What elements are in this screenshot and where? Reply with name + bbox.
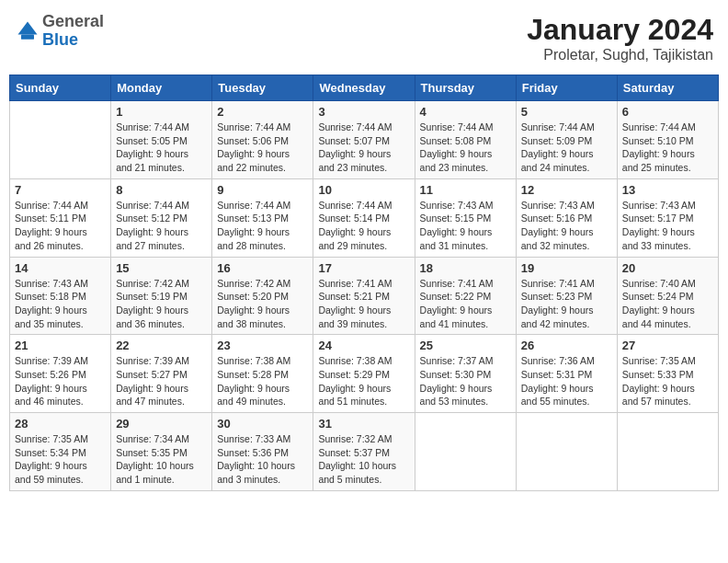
day-number: 15 [116, 261, 207, 275]
calendar-day-cell: 13Sunrise: 7:43 AM Sunset: 5:17 PM Dayli… [617, 178, 718, 257]
day-of-week-header: Saturday [617, 75, 718, 101]
day-info: Sunrise: 7:44 AM Sunset: 5:07 PM Dayligh… [318, 121, 409, 175]
day-number: 21 [15, 339, 106, 352]
logo-general-text: General [42, 12, 104, 30]
day-info: Sunrise: 7:44 AM Sunset: 5:13 PM Dayligh… [217, 199, 308, 253]
day-info: Sunrise: 7:44 AM Sunset: 5:11 PM Dayligh… [15, 199, 106, 253]
calendar-week-row: 1Sunrise: 7:44 AM Sunset: 5:05 PM Daylig… [10, 101, 719, 179]
day-number: 14 [15, 261, 106, 275]
svg-marker-0 [18, 21, 38, 34]
svg-rect-1 [21, 34, 34, 39]
calendar-week-row: 7Sunrise: 7:44 AM Sunset: 5:11 PM Daylig… [10, 178, 719, 257]
day-number: 28 [15, 417, 106, 431]
calendar-day-cell: 4Sunrise: 7:44 AM Sunset: 5:08 PM Daylig… [415, 101, 516, 179]
calendar-day-cell: 17Sunrise: 7:41 AM Sunset: 5:21 PM Dayli… [313, 257, 415, 335]
day-number: 11 [420, 183, 511, 197]
day-number: 20 [622, 261, 713, 275]
calendar-day-cell: 16Sunrise: 7:42 AM Sunset: 5:20 PM Dayli… [212, 257, 313, 335]
calendar-day-cell: 19Sunrise: 7:41 AM Sunset: 5:23 PM Dayli… [516, 257, 617, 335]
calendar-day-cell: 15Sunrise: 7:42 AM Sunset: 5:19 PM Dayli… [111, 257, 212, 335]
calendar-day-cell: 2Sunrise: 7:44 AM Sunset: 5:06 PM Daylig… [212, 101, 313, 179]
calendar-day-cell: 31Sunrise: 7:32 AM Sunset: 5:37 PM Dayli… [313, 413, 415, 491]
day-number: 8 [116, 183, 207, 197]
calendar-day-cell: 26Sunrise: 7:36 AM Sunset: 5:31 PM Dayli… [516, 335, 617, 413]
calendar-day-cell: 30Sunrise: 7:33 AM Sunset: 5:36 PM Dayli… [212, 413, 313, 491]
calendar-day-cell: 25Sunrise: 7:37 AM Sunset: 5:30 PM Dayli… [415, 335, 516, 413]
calendar-day-cell: 9Sunrise: 7:44 AM Sunset: 5:13 PM Daylig… [212, 178, 313, 257]
day-info: Sunrise: 7:43 AM Sunset: 5:15 PM Dayligh… [420, 199, 511, 253]
day-info: Sunrise: 7:39 AM Sunset: 5:26 PM Dayligh… [15, 354, 106, 408]
calendar-day-cell: 21Sunrise: 7:39 AM Sunset: 5:26 PM Dayli… [10, 335, 111, 413]
day-number: 29 [116, 417, 207, 431]
day-info: Sunrise: 7:38 AM Sunset: 5:29 PM Dayligh… [318, 354, 409, 408]
day-number: 25 [420, 339, 511, 352]
calendar-day-cell: 18Sunrise: 7:41 AM Sunset: 5:22 PM Dayli… [415, 257, 516, 335]
day-number: 13 [622, 183, 713, 197]
day-info: Sunrise: 7:34 AM Sunset: 5:35 PM Dayligh… [116, 432, 207, 487]
day-info: Sunrise: 7:35 AM Sunset: 5:33 PM Dayligh… [622, 354, 713, 408]
day-number: 22 [116, 339, 207, 352]
calendar-day-cell: 24Sunrise: 7:38 AM Sunset: 5:29 PM Dayli… [313, 335, 415, 413]
day-number: 4 [420, 105, 511, 119]
calendar-day-cell: 3Sunrise: 7:44 AM Sunset: 5:07 PM Daylig… [313, 101, 415, 179]
day-number: 3 [318, 105, 409, 119]
day-number: 27 [622, 339, 713, 352]
calendar-day-cell [617, 413, 718, 491]
day-info: Sunrise: 7:40 AM Sunset: 5:24 PM Dayligh… [622, 277, 713, 331]
day-info: Sunrise: 7:44 AM Sunset: 5:14 PM Dayligh… [318, 199, 409, 253]
calendar-day-cell [415, 413, 516, 491]
day-info: Sunrise: 7:43 AM Sunset: 5:18 PM Dayligh… [15, 277, 106, 331]
day-number: 31 [318, 417, 409, 431]
day-info: Sunrise: 7:35 AM Sunset: 5:34 PM Dayligh… [15, 432, 106, 487]
calendar-subtitle: Proletar, Sughd, Tajikistan [527, 47, 713, 63]
day-info: Sunrise: 7:38 AM Sunset: 5:28 PM Dayligh… [217, 354, 308, 408]
day-info: Sunrise: 7:36 AM Sunset: 5:31 PM Dayligh… [521, 354, 612, 408]
calendar-day-cell: 29Sunrise: 7:34 AM Sunset: 5:35 PM Dayli… [111, 413, 212, 491]
day-info: Sunrise: 7:32 AM Sunset: 5:37 PM Dayligh… [318, 432, 409, 487]
day-number: 5 [521, 105, 612, 119]
day-of-week-header: Tuesday [212, 75, 313, 101]
calendar-day-cell: 22Sunrise: 7:39 AM Sunset: 5:27 PM Dayli… [111, 335, 212, 413]
day-number: 23 [217, 339, 308, 352]
day-info: Sunrise: 7:41 AM Sunset: 5:22 PM Dayligh… [420, 277, 511, 331]
day-info: Sunrise: 7:44 AM Sunset: 5:12 PM Dayligh… [116, 199, 207, 253]
day-number: 12 [521, 183, 612, 197]
calendar-day-cell: 1Sunrise: 7:44 AM Sunset: 5:05 PM Daylig… [111, 101, 212, 179]
calendar-week-row: 21Sunrise: 7:39 AM Sunset: 5:26 PM Dayli… [10, 335, 719, 413]
day-number: 24 [318, 339, 409, 352]
day-number: 19 [521, 261, 612, 275]
day-info: Sunrise: 7:42 AM Sunset: 5:19 PM Dayligh… [116, 277, 207, 331]
calendar-week-row: 14Sunrise: 7:43 AM Sunset: 5:18 PM Dayli… [10, 257, 719, 335]
day-of-week-header: Friday [516, 75, 617, 101]
calendar-day-cell: 8Sunrise: 7:44 AM Sunset: 5:12 PM Daylig… [111, 178, 212, 257]
day-info: Sunrise: 7:41 AM Sunset: 5:21 PM Dayligh… [318, 277, 409, 331]
day-info: Sunrise: 7:44 AM Sunset: 5:10 PM Dayligh… [622, 121, 713, 175]
day-info: Sunrise: 7:37 AM Sunset: 5:30 PM Dayligh… [420, 354, 511, 408]
calendar-day-cell [516, 413, 617, 491]
logo-blue-text: Blue [42, 30, 78, 49]
logo-icon [15, 18, 40, 44]
day-number: 7 [15, 183, 106, 197]
day-info: Sunrise: 7:41 AM Sunset: 5:23 PM Dayligh… [521, 277, 612, 331]
calendar-day-cell: 20Sunrise: 7:40 AM Sunset: 5:24 PM Dayli… [617, 257, 718, 335]
day-info: Sunrise: 7:39 AM Sunset: 5:27 PM Dayligh… [116, 354, 207, 408]
day-info: Sunrise: 7:44 AM Sunset: 5:09 PM Dayligh… [521, 121, 612, 175]
logo: General Blue [15, 13, 104, 50]
day-of-week-header: Monday [111, 75, 212, 101]
calendar-week-row: 28Sunrise: 7:35 AM Sunset: 5:34 PM Dayli… [10, 413, 719, 491]
day-number: 16 [217, 261, 308, 275]
calendar-title: January 2024 [527, 13, 713, 47]
day-info: Sunrise: 7:42 AM Sunset: 5:20 PM Dayligh… [217, 277, 308, 331]
page-header: General Blue January 2024 Proletar, Sugh… [9, 9, 719, 67]
day-number: 9 [217, 183, 308, 197]
calendar-day-cell: 5Sunrise: 7:44 AM Sunset: 5:09 PM Daylig… [516, 101, 617, 179]
calendar-day-cell: 28Sunrise: 7:35 AM Sunset: 5:34 PM Dayli… [10, 413, 111, 491]
day-of-week-header: Thursday [415, 75, 516, 101]
day-info: Sunrise: 7:43 AM Sunset: 5:16 PM Dayligh… [521, 199, 612, 253]
calendar-day-cell: 23Sunrise: 7:38 AM Sunset: 5:28 PM Dayli… [212, 335, 313, 413]
day-of-week-header: Sunday [10, 75, 111, 101]
calendar-header-row: SundayMondayTuesdayWednesdayThursdayFrid… [10, 75, 719, 101]
day-info: Sunrise: 7:44 AM Sunset: 5:06 PM Dayligh… [217, 121, 308, 175]
day-number: 17 [318, 261, 409, 275]
calendar-day-cell: 11Sunrise: 7:43 AM Sunset: 5:15 PM Dayli… [415, 178, 516, 257]
